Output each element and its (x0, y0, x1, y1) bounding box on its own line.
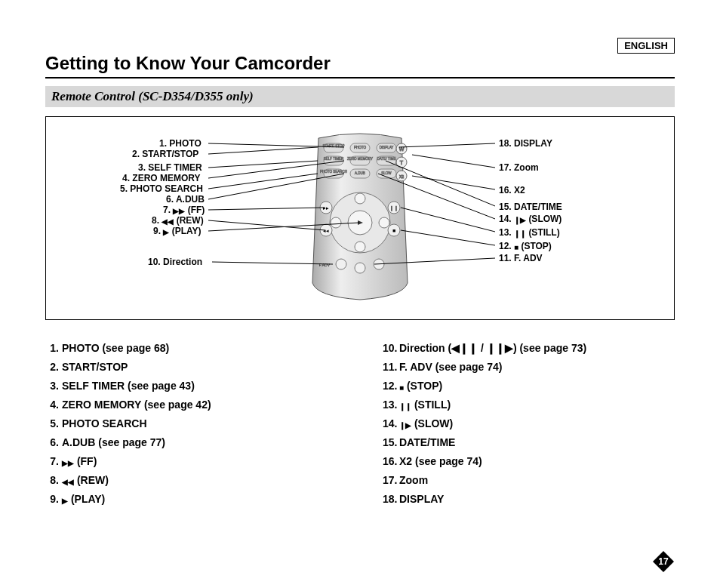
leader-lines (46, 117, 674, 319)
list-item: 12.■ (STOP) (383, 380, 675, 392)
list-item: 14.❙▶ (SLOW) (383, 417, 675, 429)
svg-line-43 (208, 143, 344, 147)
stop-icon: ■ (399, 383, 404, 392)
svg-line-57 (378, 174, 495, 219)
svg-line-54 (412, 155, 495, 168)
svg-line-48 (208, 174, 344, 199)
section-subtitle: Remote Control (SC-D354/D355 only) (45, 86, 675, 107)
list-item: 11.F. ADV (see page 74) (383, 361, 675, 373)
list-item: 15.DATE/TIME (383, 436, 675, 448)
list-right-col: 10.Direction (◀❙❙ / ❙❙▶) (see page 73) 1… (383, 335, 675, 512)
svg-line-49 (208, 208, 325, 210)
remote-diagram: START/ STOP PHOTO DISPLAY SELF TIMER ZER… (45, 116, 675, 320)
list-item: 5.PHOTO SEARCH (45, 417, 337, 429)
svg-line-44 (208, 147, 318, 154)
list-item: 8.◀◀ (REW) (45, 474, 337, 486)
svg-line-59 (401, 230, 495, 245)
list-item: 17.Zoom (383, 474, 675, 486)
list-item: 4.ZERO MEMORY (see page 42) (45, 399, 337, 411)
list-item: 7.▶▶ (FF) (45, 455, 337, 467)
reference-lists: 1.PHOTO (see page 68) 2.START/STOP 3.SEL… (45, 335, 675, 512)
list-item: 13.❙❙ (STILL) (383, 399, 675, 411)
rew-icon: ◀◀ (62, 478, 74, 486)
list-item: 18.DISPLAY (383, 493, 675, 505)
list-left-col: 1.PHOTO (see page 68) 2.START/STOP 3.SEL… (45, 335, 337, 512)
list-item: 16.X2 (see page 74) (383, 455, 675, 467)
svg-line-51 (208, 223, 359, 231)
play-icon: ▶ (62, 497, 68, 505)
page-title: Getting to Know Your Camcorder (45, 53, 675, 79)
svg-line-56 (386, 161, 495, 206)
slow-icon: ❙▶ (399, 421, 411, 429)
svg-line-52 (212, 262, 333, 264)
list-item: 1.PHOTO (see page 68) (45, 342, 337, 354)
svg-line-58 (401, 208, 495, 232)
ff-icon: ▶▶ (62, 459, 74, 467)
still-icon: ❙❙ (399, 402, 411, 411)
page-number: 17 (652, 550, 675, 573)
list-item: 9.▶ (PLAY) (45, 493, 337, 505)
svg-line-60 (374, 258, 495, 264)
list-item: 3.SELF TIMER (see page 43) (45, 380, 337, 392)
list-item: 6.A.DUB (see page 77) (45, 436, 337, 448)
svg-line-53 (399, 143, 495, 147)
language-box: ENGLISH (617, 38, 675, 54)
list-item: 2.START/STOP (45, 361, 337, 373)
svg-line-55 (412, 176, 495, 189)
list-item: 10.Direction (◀❙❙ / ❙❙▶) (see page 73) (383, 342, 675, 354)
svg-text:17: 17 (658, 556, 669, 567)
